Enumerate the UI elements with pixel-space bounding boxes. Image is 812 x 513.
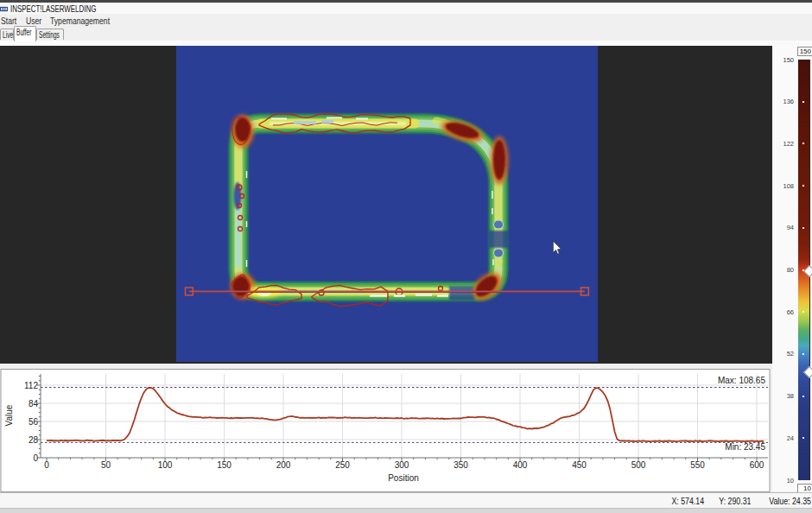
svg-text:150: 150 — [217, 460, 232, 470]
svg-text:112: 112 — [24, 381, 38, 390]
svg-text:Position: Position — [388, 473, 419, 483]
svg-text:300: 300 — [395, 460, 409, 470]
svg-text:200: 200 — [276, 460, 291, 470]
svg-text:0: 0 — [44, 460, 49, 470]
svg-text:28: 28 — [29, 435, 39, 445]
svg-text:Min: 23.45: Min: 23.45 — [725, 442, 765, 452]
svg-text:50: 50 — [101, 460, 111, 470]
svg-text:Value: Value — [4, 404, 14, 426]
svg-text:100: 100 — [158, 460, 173, 470]
svg-text:0: 0 — [33, 453, 38, 463]
svg-text:350: 350 — [454, 460, 468, 470]
svg-text:84: 84 — [29, 399, 39, 408]
svg-text:Max: 108.65: Max: 108.65 — [718, 376, 765, 385]
svg-text:56: 56 — [29, 417, 39, 427]
svg-text:600: 600 — [750, 460, 764, 470]
svg-text:550: 550 — [690, 460, 705, 470]
svg-text:450: 450 — [572, 460, 587, 470]
svg-text:500: 500 — [631, 460, 646, 470]
svg-text:250: 250 — [335, 460, 350, 470]
svg-text:400: 400 — [513, 460, 528, 470]
